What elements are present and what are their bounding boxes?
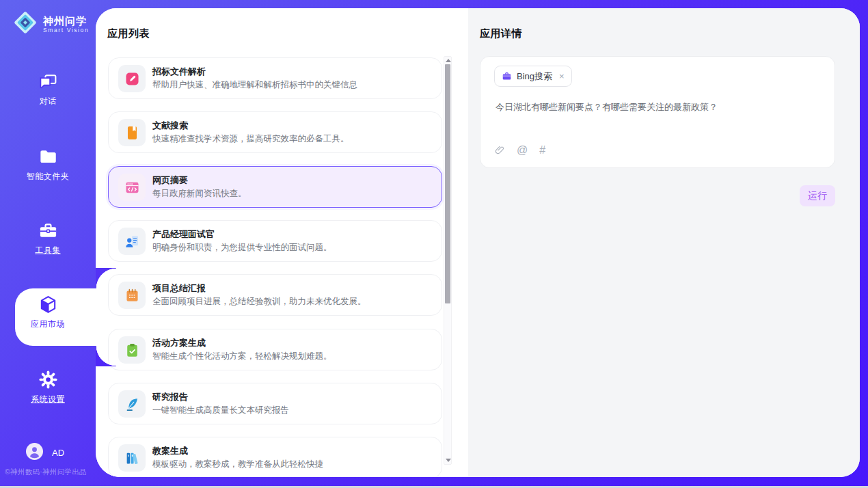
sidebar-item-label: 工具集 — [35, 245, 61, 256]
app-card-7[interactable]: 研究报告一键智能生成高质量长文本研究报告 — [108, 383, 442, 424]
folder-icon — [38, 146, 58, 167]
app-card-title: 项目总结汇报 — [152, 282, 206, 295]
clipboard-check-icon — [118, 336, 146, 364]
sidebar-item-smart-folder[interactable]: 智能文件夹 — [0, 146, 96, 182]
app-card-title: 网页摘要 — [152, 174, 188, 187]
app-card-title: 活动方案生成 — [152, 337, 206, 349]
chat-icon — [38, 71, 58, 92]
brand-subtitle: Smart Vision — [43, 27, 89, 33]
briefcase-icon — [502, 71, 512, 81]
sidebar-item-chat[interactable]: 对话 — [0, 71, 96, 107]
scroll-up-arrow-icon[interactable] — [446, 59, 451, 62]
sidebar: 神州问学 Smart Vision 对话智能文件夹工具集应用市场系统设置 AD … — [0, 0, 96, 488]
app-card-description: 每日政府新闻资讯快查。 — [152, 188, 247, 200]
app-detail-card: Bing搜索 × 今日湖北有哪些新闻要点？有哪些需要关注的最新政策？ @ # — [480, 56, 835, 168]
brand-name: 神州问学 — [43, 15, 89, 27]
cube-icon — [38, 294, 58, 314]
sidebar-item-label: 对话 — [40, 96, 57, 107]
paperclip-icon[interactable] — [494, 145, 505, 156]
app-card-description: 一键智能生成高质量长文本研究报告 — [152, 405, 289, 416]
app-card-list: 招标文件解析帮助用户快速、准确地理解和解析招标书中的关键信息文献搜索快速精准查找… — [108, 8, 442, 477]
app-card-title: 产品经理面试官 — [152, 228, 215, 241]
app-card-5[interactable]: 项目总结汇报全面回顾项目进展，总结经验教训，助力未来优化发展。 — [108, 274, 442, 316]
copyright-text: ©神州数码·神州问学出品 — [5, 467, 96, 477]
app-card-description: 模板驱动，教案秒成，教学准备从此轻松快捷 — [152, 459, 323, 470]
at-sign-icon[interactable]: @ — [517, 145, 528, 156]
user-account[interactable]: AD — [26, 443, 64, 462]
app-card-title: 研究报告 — [152, 391, 188, 403]
app-card-8[interactable]: 教案生成模板驱动，教案秒成，教学准备从此轻松快捷 — [108, 437, 442, 477]
interviewer-icon — [118, 228, 146, 255]
sidebar-item-label: 应用市场 — [31, 318, 65, 330]
app-card-title: 招标文件解析 — [152, 66, 206, 78]
app-card-description: 快速精准查找学术资源，提高研究效率的必备工具。 — [152, 133, 349, 145]
gear-icon — [38, 369, 58, 390]
sidebar-item-toolset[interactable]: 工具集 — [0, 220, 96, 256]
sidebar-item-system-settings[interactable]: 系统设置 — [0, 369, 96, 405]
note-icon — [118, 282, 146, 309]
app-card-description: 帮助用户快速、准确地理解和解析招标书中的关键信息 — [152, 79, 357, 91]
scroll-down-arrow-icon[interactable] — [446, 459, 451, 462]
run-button[interactable]: 运行 — [800, 185, 835, 206]
chip-close-icon[interactable]: × — [559, 72, 565, 81]
hash-icon[interactable]: # — [539, 145, 545, 156]
nav-bubble-curve-top — [96, 268, 116, 288]
sidebar-item-label: 系统设置 — [31, 394, 65, 405]
nav-bubble-curve-bottom — [96, 346, 116, 366]
user-label: AD — [52, 448, 64, 458]
pen-square-icon — [118, 65, 146, 92]
app-list-scrollbar[interactable] — [444, 56, 452, 465]
app-card-4[interactable]: 产品经理面试官明确身份和职责，为您提供专业性的面试问题。 — [108, 220, 442, 262]
brand-diamond-icon — [12, 10, 38, 38]
app-card-title: 教案生成 — [152, 445, 188, 457]
app-card-description: 明确身份和职责，为您提供专业性的面试问题。 — [152, 242, 332, 254]
query-text[interactable]: 今日湖北有哪些新闻要点？有哪些需要关注的最新政策？ — [496, 100, 818, 113]
app-detail-title: 应用详情 — [480, 27, 522, 40]
app-list-panel: 应用列表 招标文件解析帮助用户快速、准确地理解和解析招标书中的关键信息文献搜索快… — [96, 8, 468, 477]
app-card-3[interactable]: 网页摘要每日政府新闻资讯快查。 — [108, 166, 442, 208]
brand-logo: 神州问学 Smart Vision — [12, 10, 89, 38]
main-content: 应用列表 招标文件解析帮助用户快速、准确地理解和解析招标书中的关键信息文献搜索快… — [96, 8, 860, 477]
tool-chip-bing-search[interactable]: Bing搜索 × — [494, 66, 572, 87]
books-icon — [118, 444, 146, 472]
book-icon — [118, 119, 146, 146]
sidebar-item-label: 智能文件夹 — [27, 171, 70, 182]
sidebar-item-app-market[interactable]: 应用市场 — [0, 294, 96, 330]
app-detail-panel: 应用详情 Bing搜索 × 今日湖北有哪些新闻要点？有哪些需要关注的最新政策？ — [468, 8, 860, 477]
app-card-1[interactable]: 招标文件解析帮助用户快速、准确地理解和解析招标书中的关键信息 — [108, 57, 442, 99]
app-window: { "brand": { "name": "神州问学", "subtitle":… — [0, 0, 868, 488]
composer-toolbar: @ # — [494, 145, 545, 156]
app-card-description: 智能生成个性化活动方案，轻松解决规划难题。 — [152, 351, 332, 362]
app-card-title: 文献搜索 — [152, 120, 188, 132]
app-card-2[interactable]: 文献搜索快速精准查找学术资源，提高研究效率的必备工具。 — [108, 111, 442, 153]
tool-chip-label: Bing搜索 — [517, 70, 552, 83]
app-card-6[interactable]: 活动方案生成智能生成个性化活动方案，轻松解决规划难题。 — [108, 329, 442, 370]
browser-icon — [118, 174, 146, 201]
toolbox-icon — [38, 220, 58, 241]
app-card-description: 全面回顾项目进展，总结经验教训，助力未来优化发展。 — [152, 296, 366, 308]
avatar — [26, 443, 43, 462]
scrollbar-thumb[interactable] — [445, 64, 450, 303]
quill-icon — [118, 390, 146, 418]
